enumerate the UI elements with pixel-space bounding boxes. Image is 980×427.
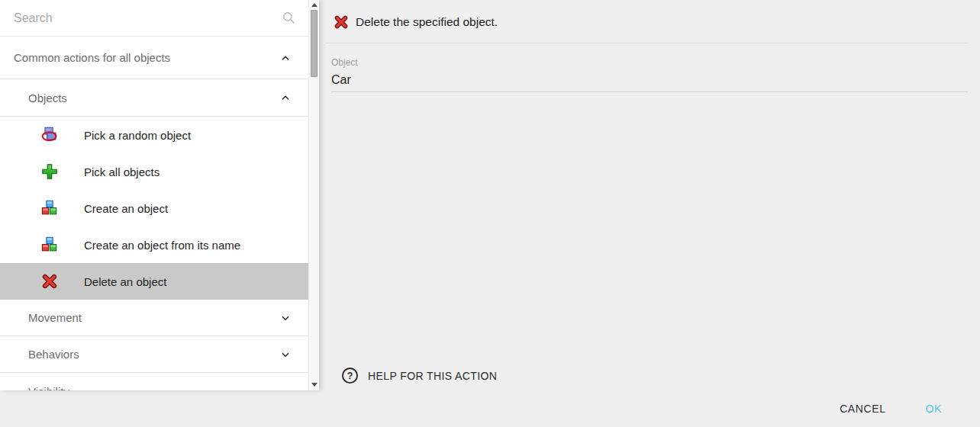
category-label: Objects <box>28 92 279 104</box>
action-item-create-object[interactable]: Create an object <box>0 190 308 226</box>
category-objects[interactable]: Objects <box>0 79 308 117</box>
category-visibility[interactable]: Visibility <box>0 373 308 390</box>
action-item-label: Delete an object <box>84 275 166 288</box>
category-label: Common actions for all objects <box>14 51 279 64</box>
pick-random-object-icon <box>41 127 58 143</box>
object-field: Object Car <box>331 43 968 92</box>
category-label: Movement <box>28 311 279 324</box>
action-description: Delete the specified object. <box>356 15 498 29</box>
dialog-footer: CANCEL OK <box>0 390 980 427</box>
help-for-action-button[interactable]: ? HELP FOR THIS ACTION <box>341 367 497 384</box>
actions-sidebar: Common actions for all objects Objects P… <box>0 0 319 390</box>
scroll-up-arrow[interactable] <box>309 0 319 9</box>
create-object-icon <box>41 236 58 253</box>
actions-list: Common actions for all objects Objects P… <box>0 0 308 390</box>
action-item-pick-random-object[interactable]: Pick a random object <box>0 117 308 153</box>
chevron-up-icon <box>279 52 292 64</box>
svg-text:?: ? <box>347 371 353 381</box>
action-item-pick-all-objects[interactable]: Pick all objects <box>0 153 308 190</box>
create-object-icon <box>41 200 58 217</box>
search-bar[interactable] <box>0 0 308 37</box>
action-item-label: Create an object from its name <box>84 239 240 252</box>
ok-button[interactable]: OK <box>920 396 948 421</box>
category-behaviors[interactable]: Behaviors <box>0 336 308 373</box>
scrollbar-thumb[interactable] <box>311 10 318 77</box>
category-common-actions[interactable]: Common actions for all objects <box>0 37 308 79</box>
help-button-label: HELP FOR THIS ACTION <box>368 370 497 382</box>
delete-cross-icon <box>41 273 58 290</box>
action-item-label: Pick all objects <box>84 165 160 178</box>
chevron-down-icon <box>279 312 292 324</box>
category-label: Visibility <box>28 385 308 391</box>
chevron-up-icon <box>279 92 292 104</box>
action-editor-panel: Delete the specified object. Object Car … <box>319 0 980 390</box>
search-icon <box>282 11 296 25</box>
pick-all-objects-icon <box>41 163 58 180</box>
category-label: Behaviors <box>28 348 279 361</box>
action-item-label: Pick a random object <box>84 129 191 142</box>
chevron-down-icon <box>279 348 292 361</box>
action-item-delete-object[interactable]: Delete an object <box>0 263 308 300</box>
search-input[interactable] <box>14 11 282 25</box>
action-editor-header: Delete the specified object. <box>319 0 980 43</box>
scroll-down-arrow[interactable] <box>309 380 319 389</box>
cancel-button[interactable]: CANCEL <box>833 396 891 421</box>
category-movement[interactable]: Movement <box>0 300 308 336</box>
action-item-create-object-from-name[interactable]: Create an object from its name <box>0 226 308 263</box>
object-field-input[interactable]: Car <box>331 73 968 92</box>
action-item-label: Create an object <box>84 202 168 215</box>
delete-cross-icon <box>334 14 349 30</box>
help-circle-icon: ? <box>341 367 359 384</box>
sidebar-scrollbar[interactable] <box>308 0 319 390</box>
object-field-label: Object <box>331 57 968 68</box>
